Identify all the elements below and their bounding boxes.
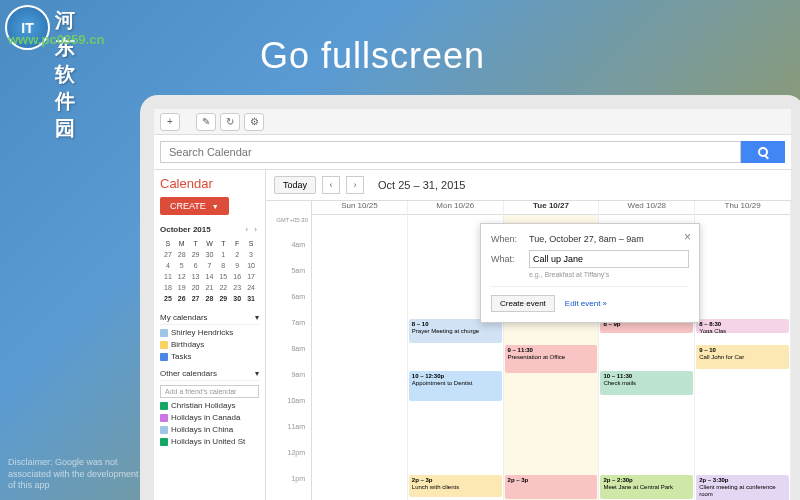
calendar-event[interactable]: 10 – 12:30pAppointment to Dentist: [409, 371, 502, 401]
day-column[interactable]: Sun 10/25: [312, 201, 408, 500]
calendar-event[interactable]: 2p – 3pLunch with clients: [409, 475, 502, 497]
refresh-button[interactable]: ↻: [220, 113, 240, 131]
close-icon[interactable]: ×: [684, 230, 691, 244]
watermark-url: www.pc0359.cn: [8, 32, 104, 47]
calendar-event[interactable]: 9 – 11:30Presentation at Office: [505, 345, 598, 373]
calendar-event[interactable]: 9 – 10Call John for Car: [696, 345, 789, 369]
calendar-color-icon: [160, 414, 168, 422]
calendar-event[interactable]: 2p – 3:30pClient meeting at conference r…: [696, 475, 789, 500]
add-friend-input[interactable]: Add a friend's calendar: [160, 385, 259, 398]
laptop-frame: + ✎ ↻ ⚙ Calendar CREATE October 2015 ‹ ›…: [140, 95, 800, 500]
day-header[interactable]: Thu 10/29: [695, 201, 790, 215]
calendar-event[interactable]: 2p – 2:30pMeet Jane at Central Park: [600, 475, 693, 499]
calendar-item[interactable]: Holidays in China: [160, 425, 259, 434]
when-value: Tue, October 27, 8am – 9am: [529, 234, 689, 244]
other-calendars-head[interactable]: Other calendars: [160, 369, 217, 378]
sidebar: Calendar CREATE October 2015 ‹ › SMTWTFS…: [154, 170, 266, 500]
what-hint: e.g., Breakfast at Tiffany's: [529, 271, 689, 278]
my-calendars-head[interactable]: My calendars: [160, 313, 208, 322]
calendar-color-icon: [160, 438, 168, 446]
calendar-color-icon: [160, 402, 168, 410]
watermark-text: 河东软件园: [55, 7, 75, 142]
day-header[interactable]: Sun 10/25: [312, 201, 407, 215]
search-icon: [758, 147, 768, 157]
date-range: Oct 25 – 31, 2015: [378, 179, 465, 191]
mini-month-label: October 2015: [160, 225, 211, 234]
next-week-button[interactable]: ›: [346, 176, 364, 194]
gmt-label: GMT+05:30: [266, 215, 311, 241]
create-button[interactable]: CREATE: [160, 197, 229, 215]
mini-month-nav[interactable]: ‹ ›: [245, 225, 259, 234]
time-column: GMT+05:30 4am5am6am7am8am9am10am11am12pm…: [266, 201, 312, 500]
what-label: What:: [491, 254, 529, 264]
compose-button[interactable]: ✎: [196, 113, 216, 131]
disclaimer-text: Disclaimer: Google was not associated wi…: [8, 457, 148, 492]
mini-calendar[interactable]: SMTWTFS272829301234567891011121314151617…: [160, 237, 259, 305]
search-button[interactable]: [741, 141, 785, 163]
day-header[interactable]: Tue 10/27: [504, 201, 599, 215]
calendar-color-icon: [160, 329, 168, 337]
search-input[interactable]: [160, 141, 741, 163]
today-button[interactable]: Today: [274, 176, 316, 194]
day-header[interactable]: Wed 10/28: [599, 201, 694, 215]
app-toolbar: + ✎ ↻ ⚙: [154, 109, 791, 135]
calendar-item[interactable]: Holidays in Canada: [160, 413, 259, 422]
day-header[interactable]: Mon 10/26: [408, 201, 503, 215]
calendar-event[interactable]: 10 – 11:30Check mails: [600, 371, 693, 395]
calendar-item[interactable]: Christian Holidays: [160, 401, 259, 410]
dropdown-icon[interactable]: ▾: [255, 313, 259, 322]
edit-event-link[interactable]: Edit event »: [565, 299, 607, 308]
calendar-item[interactable]: Tasks: [160, 352, 259, 361]
settings-button[interactable]: ⚙: [244, 113, 264, 131]
create-event-button[interactable]: Create event: [491, 295, 555, 312]
calendar-item[interactable]: Holidays in United St: [160, 437, 259, 446]
event-popup: × When:Tue, October 27, 8am – 9am What: …: [480, 223, 700, 323]
add-button[interactable]: +: [160, 113, 180, 131]
calendar-event[interactable]: 2p – 3p: [505, 475, 598, 499]
when-label: When:: [491, 234, 529, 244]
calendar-color-icon: [160, 353, 168, 361]
calendar-color-icon: [160, 426, 168, 434]
calendar-color-icon: [160, 341, 168, 349]
day-column[interactable]: Thu 10/298 – 8:30Yoga Clas9 – 10Call Joh…: [695, 201, 791, 500]
calendar-title: Calendar: [160, 176, 259, 191]
what-input[interactable]: [529, 250, 689, 268]
calendar-item[interactable]: Birthdays: [160, 340, 259, 349]
dropdown-icon[interactable]: ▾: [255, 369, 259, 378]
hero-title: Go fullscreen: [260, 35, 485, 77]
prev-week-button[interactable]: ‹: [322, 176, 340, 194]
calendar-item[interactable]: Shirley Hendricks: [160, 328, 259, 337]
calendar-event[interactable]: 8 – 8:30Yoga Clas: [696, 319, 789, 333]
